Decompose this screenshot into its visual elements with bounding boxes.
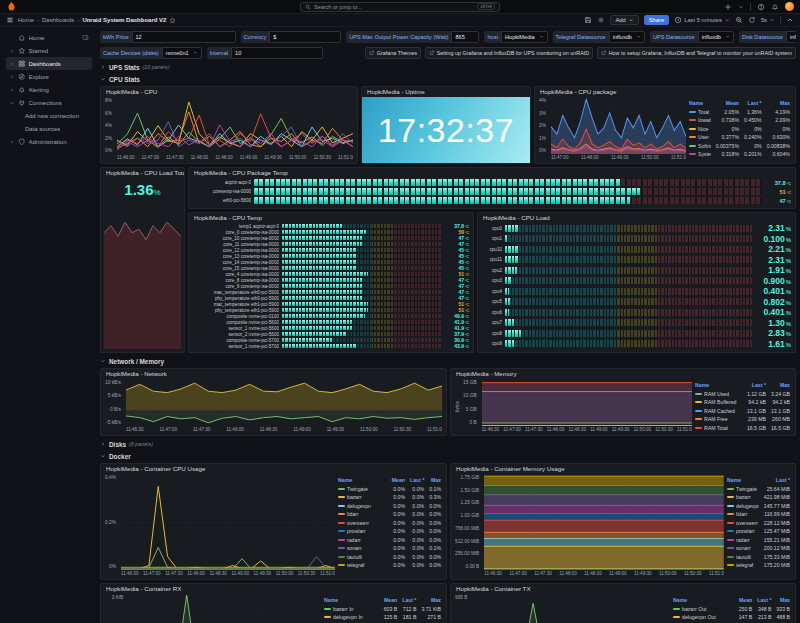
breadcrumb-item-home[interactable]: Home (18, 17, 34, 23)
legend-series-bazarr-out[interactable]: bazarr Out (673, 605, 734, 614)
help-icon[interactable] (757, 3, 765, 11)
panel-title[interactable]: HopkiMedia - Container Memory Usage (451, 464, 795, 474)
panel-title[interactable]: HopkiMedia - Container TX (451, 584, 795, 594)
section-ups-stats[interactable]: UPS Stats (10 panels) (100, 62, 796, 72)
legend-series-overseerr[interactable]: overseerr (338, 519, 387, 528)
refresh-interval-picker[interactable]: 5s (761, 17, 775, 23)
sidebar-item-alerting[interactable]: Alerting (6, 83, 92, 96)
variable-label-host[interactable]: host (484, 31, 501, 43)
legend-header-max[interactable]: Max (767, 99, 790, 108)
variable-select-ups-datasource[interactable]: influxdb (698, 31, 734, 43)
panel-title[interactable]: HopkiMedia - Container CPU Usage (101, 464, 446, 474)
legend-header-max[interactable]: Max (776, 596, 790, 605)
panel-title[interactable]: HopkiMedia - CPU Package Temp (189, 168, 795, 178)
section-docker[interactable]: Docker (100, 451, 796, 461)
legend-header-last[interactable]: Last * (744, 99, 762, 108)
chevron-right-icon[interactable] (9, 61, 15, 67)
legend-header-last[interactable]: Last * (402, 596, 416, 605)
variable-input-currency[interactable]: $ (269, 31, 341, 43)
legend-series-delugevpn-in[interactable]: delugevpn In (324, 613, 379, 622)
sidebar-item-dashboards[interactable]: Dashboards (6, 57, 92, 70)
legend-series-bazarr[interactable]: bazarr (338, 493, 387, 502)
zoom-out-time-icon[interactable] (735, 16, 743, 24)
legend-series-telegraf[interactable]: telegraf (338, 561, 387, 570)
legend-series-softirq[interactable]: Softirq (689, 142, 711, 151)
legend-header-name[interactable]: Name (324, 596, 379, 605)
legend-header-mean[interactable]: Mean (739, 596, 753, 605)
chevron-right-icon[interactable] (9, 139, 15, 145)
breadcrumb-item-unraid-system-dashboard-v2[interactable]: Unraid System Dashboard V2 (82, 17, 166, 23)
container-rx-chart[interactable] (128, 595, 321, 623)
legend-series-lidarr[interactable]: lidarr (338, 510, 387, 519)
legend-series-system[interactable]: System (689, 150, 711, 159)
legend-series-prowlarr[interactable]: prowlarr (727, 527, 759, 536)
refresh-icon[interactable] (748, 16, 756, 24)
notifications-bell-icon[interactable] (771, 3, 779, 11)
caret-down-icon[interactable] (9, 100, 15, 106)
dashboard-link-grafana-themes[interactable]: Grafana Themes (365, 47, 421, 59)
legend-series-radarr[interactable]: radarr (338, 536, 387, 545)
legend-series-prowlarr[interactable]: prowlarr (338, 527, 387, 536)
sidebar-item-administration[interactable]: Administration (6, 135, 92, 148)
section-network-memory[interactable]: Network / Memory (100, 356, 796, 366)
dashboard-link-how-to-setup-grafana-influxdb-[interactable]: How to setup Grafana, InfluxDB and Teleg… (597, 47, 796, 59)
memory-chart[interactable] (482, 380, 692, 426)
legend-series-tautulli[interactable]: tautulli (727, 553, 759, 562)
variable-label-ups-datasource[interactable]: UPS Datasource (650, 31, 698, 43)
chevron-right-icon[interactable] (9, 48, 15, 54)
section-disks[interactable]: Disks (8 panels) (100, 439, 796, 449)
avatar[interactable] (785, 2, 794, 11)
legend-header-max[interactable]: Max (429, 476, 441, 485)
variable-label-telegraf-datasource[interactable]: Telegraf Datasource (553, 31, 609, 43)
legend-series-delugevpn[interactable]: delugevpn (727, 502, 759, 511)
sidebar-item-home[interactable]: Home (6, 31, 92, 44)
add-button[interactable]: Add (610, 15, 638, 25)
legend-header-last[interactable]: Last * (757, 596, 771, 605)
sidebar-item-starred[interactable]: Starred (6, 44, 92, 57)
legend-series-ram-total[interactable]: RAM Total (695, 424, 742, 433)
collapse-controls-icon[interactable] (786, 16, 794, 24)
legend-series-twingate[interactable]: Twingate (727, 485, 759, 494)
legend-series-ram-cached[interactable]: RAM Cached (695, 407, 742, 416)
variable-input-interval[interactable]: 10 (231, 47, 323, 59)
legend-series-ram-free[interactable]: RAM Free (695, 415, 742, 424)
time-range-picker[interactable]: Last 5 minutes (674, 16, 730, 24)
legend-header-mean[interactable]: Mean (392, 476, 405, 485)
legend-series-nice[interactable]: Nice (689, 125, 711, 134)
variable-label-ups-max-output-power-capacity-watt[interactable]: UPS Max Output Power Capacity (Watt) (346, 31, 451, 43)
share-button[interactable]: Share (644, 15, 669, 25)
variable-label-disk-datasource[interactable]: Disk Datasource (739, 31, 786, 43)
add-icon[interactable] (724, 3, 732, 11)
legend-header-last[interactable]: Last * (764, 476, 790, 485)
panel-title[interactable]: HopkiMedia - CPU (101, 87, 357, 97)
legend-series-bazarr-in[interactable]: bazarr In (324, 605, 379, 614)
cpu-package-chart[interactable] (551, 98, 686, 154)
variable-label-interval[interactable]: Interval (207, 47, 231, 59)
dashboard-settings-icon[interactable] (597, 16, 605, 24)
legend-series-twingate[interactable]: Twingate (338, 485, 387, 494)
legend-series-radarr[interactable]: radarr (727, 536, 759, 545)
chevron-down-icon[interactable] (738, 4, 744, 10)
star-dashboard-icon[interactable] (169, 17, 176, 24)
chevron-right-icon[interactable] (9, 87, 15, 93)
legend-series-ram-used[interactable]: RAM Used (695, 390, 742, 399)
legend-series-overseerr[interactable]: overseerr (727, 519, 759, 528)
variable-select-host[interactable]: HopkiMedia (501, 31, 548, 43)
menu-icon[interactable] (6, 16, 14, 24)
container-tx-chart[interactable] (473, 595, 670, 623)
panel-title[interactable]: HopkiMedia - CPU package (535, 87, 795, 97)
breadcrumb-item-dashboards[interactable]: Dashboards (42, 17, 74, 23)
legend-header-max[interactable]: Max (771, 381, 790, 390)
sidebar-item-explore[interactable]: Explore (6, 70, 92, 83)
legend-series-iowait[interactable]: Iowait (689, 116, 711, 125)
variable-input-kwh-price[interactable]: 12 (132, 31, 236, 43)
variable-label-currency[interactable]: Currency (241, 31, 270, 43)
legend-series-sonarr[interactable]: sonarr (727, 544, 759, 553)
legend-header-max[interactable]: Max (421, 596, 441, 605)
sidebar-item-data-sources[interactable]: Data sources (6, 122, 92, 135)
variable-select-telegraf-datasource[interactable]: influxdb (609, 31, 645, 43)
network-chart[interactable] (126, 380, 442, 426)
sidebar-item-add-new-connection[interactable]: Add new connection (6, 109, 92, 122)
legend-header-name[interactable]: Name (727, 476, 759, 485)
legend-header-last[interactable]: Last * (747, 381, 766, 390)
